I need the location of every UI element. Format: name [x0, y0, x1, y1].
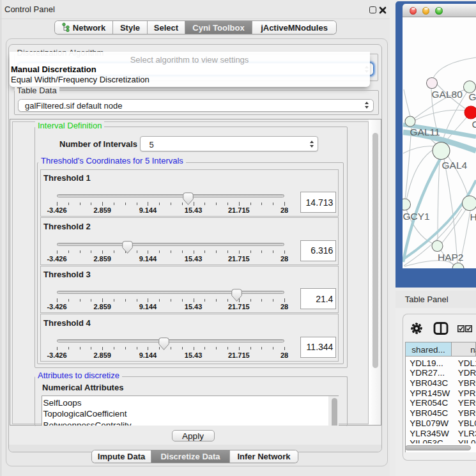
- svg-text:H: H: [470, 211, 476, 222]
- svg-text:G...: G...: [469, 91, 476, 102]
- svg-text:HAP2: HAP2: [438, 252, 464, 263]
- svg-text:GCY1: GCY1: [403, 211, 430, 222]
- svg-text:C...: C...: [472, 119, 476, 130]
- svg-text:GAL80: GAL80: [432, 89, 463, 100]
- svg-text:GAL11: GAL11: [410, 127, 440, 137]
- svg-text:GAL4: GAL4: [442, 160, 468, 171]
